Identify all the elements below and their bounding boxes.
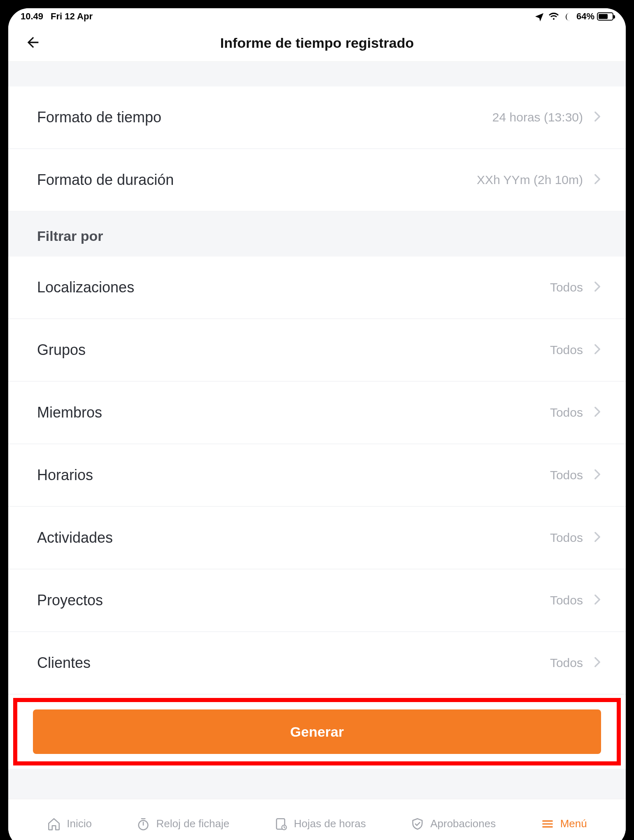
wifi-icon: [548, 12, 559, 21]
row-value: Todos: [550, 656, 583, 670]
section-header-filter: Filtrar por: [8, 212, 626, 257]
battery-indicator: 64%: [576, 11, 613, 22]
row-value: Todos: [550, 280, 583, 294]
row-value: 24 horas (13:30): [492, 110, 583, 124]
nav-label: Reloj de fichaje: [156, 817, 229, 830]
shield-check-icon: [410, 817, 424, 831]
row-value: Todos: [550, 531, 583, 545]
chevron-right-icon: [594, 594, 601, 607]
content-scroll[interactable]: Formato de tiempo 24 horas (13:30) Forma…: [8, 62, 626, 799]
generate-area: Generar: [8, 695, 626, 769]
chevron-right-icon: [594, 469, 601, 482]
row-value: Todos: [550, 468, 583, 482]
nav-label: Menú: [560, 817, 587, 830]
chevron-right-icon: [594, 111, 601, 124]
chevron-right-icon: [594, 173, 601, 187]
row-filter-members[interactable]: Miembros Todos: [8, 382, 626, 444]
spacer: [8, 62, 626, 86]
do-not-disturb-icon: [563, 12, 572, 21]
nav-timesheets[interactable]: Hojas de horas: [274, 817, 366, 831]
battery-percent: 64%: [576, 11, 594, 22]
row-filter-activities[interactable]: Actividades Todos: [8, 507, 626, 569]
row-label: Miembros: [37, 404, 102, 421]
row-time-format[interactable]: Formato de tiempo 24 horas (13:30): [8, 86, 626, 149]
row-label: Actividades: [37, 529, 113, 546]
row-filter-projects[interactable]: Proyectos Todos: [8, 569, 626, 632]
battery-icon: [597, 12, 613, 21]
device-frame: 10.49 Fri 12 Apr 64% Informe de tiempo r…: [8, 8, 626, 840]
home-icon: [47, 817, 61, 831]
nav-approvals[interactable]: Aprobaciones: [410, 817, 496, 831]
chevron-right-icon: [594, 406, 601, 419]
row-value: Todos: [550, 593, 583, 607]
nav-label: Aprobaciones: [430, 817, 496, 830]
row-filter-schedules[interactable]: Horarios Todos: [8, 444, 626, 507]
page-title: Informe de tiempo registrado: [8, 35, 626, 51]
row-label: Localizaciones: [37, 279, 134, 296]
chevron-right-icon: [594, 531, 601, 544]
row-filter-clients[interactable]: Clientes Todos: [8, 632, 626, 695]
status-left: 10.49 Fri 12 Apr: [21, 11, 93, 22]
airplane-mode-icon: [534, 12, 544, 21]
chevron-right-icon: [594, 281, 601, 294]
status-date: Fri 12 Apr: [51, 11, 93, 22]
row-label: Formato de tiempo: [37, 109, 161, 126]
status-bar: 10.49 Fri 12 Apr 64%: [8, 8, 626, 25]
row-filter-groups[interactable]: Grupos Todos: [8, 319, 626, 382]
nav-timeclock[interactable]: Reloj de fichaje: [136, 817, 229, 831]
chevron-right-icon: [594, 656, 601, 670]
nav-label: Inicio: [67, 817, 92, 830]
stopwatch-icon: [136, 817, 150, 831]
menu-icon: [541, 817, 555, 831]
row-duration-format[interactable]: Formato de duración XXh YYm (2h 10m): [8, 149, 626, 212]
row-label: Proyectos: [37, 592, 103, 609]
row-label: Formato de duración: [37, 171, 174, 189]
nav-home[interactable]: Inicio: [47, 817, 92, 831]
nav-label: Hojas de horas: [294, 817, 366, 830]
row-label: Clientes: [37, 654, 91, 672]
row-value: Todos: [550, 406, 583, 420]
generate-button[interactable]: Generar: [33, 709, 601, 754]
row-label: Horarios: [37, 467, 93, 484]
row-filter-locations[interactable]: Localizaciones Todos: [8, 257, 626, 319]
status-time: 10.49: [21, 11, 43, 22]
page-header: Informe de tiempo registrado: [8, 25, 626, 62]
chevron-right-icon: [594, 343, 601, 357]
back-button[interactable]: [25, 34, 41, 52]
row-label: Grupos: [37, 341, 86, 359]
timesheet-icon: [274, 817, 288, 831]
nav-menu[interactable]: Menú: [541, 817, 587, 831]
status-right: 64%: [534, 11, 613, 22]
row-value: XXh YYm (2h 10m): [477, 173, 583, 187]
bottom-nav: Inicio Reloj de fichaje Hojas de horas A…: [8, 799, 626, 840]
row-value: Todos: [550, 343, 583, 357]
